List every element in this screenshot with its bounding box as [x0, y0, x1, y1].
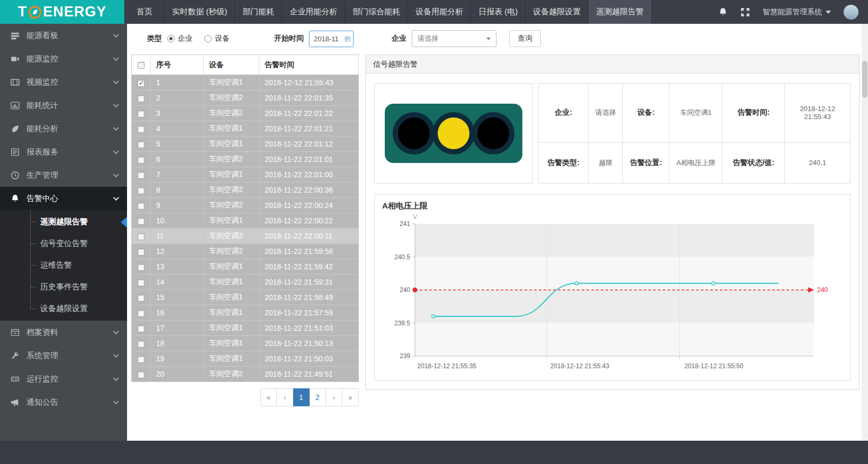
row-checkbox[interactable]: [138, 187, 144, 194]
radio-device-label[interactable]: 设备: [215, 34, 230, 43]
cell-seq: 8: [151, 183, 204, 198]
row-checkbox[interactable]: [138, 218, 144, 225]
select-all-checkbox[interactable]: [138, 62, 144, 69]
table-row[interactable]: 5车间空调12018-11-22 22:01:12: [132, 137, 359, 152]
table-row[interactable]: 1车间空调12018-12-12 21:55:43: [132, 75, 359, 90]
row-checkbox[interactable]: [138, 295, 144, 302]
sidebar-item-9[interactable]: 系统管理: [0, 344, 127, 367]
row-checkbox[interactable]: [138, 279, 144, 286]
sidebar-item-6[interactable]: 生产管理: [0, 163, 127, 187]
sidebar-subitem-1[interactable]: 信号变位告警: [0, 233, 127, 254]
page-1[interactable]: 1: [293, 388, 310, 406]
sidebar-item-4[interactable]: 能耗分析: [0, 117, 127, 140]
table-row[interactable]: 6车间空调22018-11-22 22:01:01: [132, 152, 359, 167]
sidebar-item-2[interactable]: 视频监控: [0, 70, 127, 94]
page-nav-1[interactable]: ‹: [277, 388, 293, 406]
nav-item-8[interactable]: 遥测越限告警: [589, 0, 652, 24]
table-row[interactable]: 8车间空调22018-11-22 22:00:36: [132, 183, 359, 198]
bell-icon[interactable]: [718, 7, 728, 17]
nav-item-0[interactable]: 首页: [124, 0, 165, 24]
row-checkbox[interactable]: [138, 356, 144, 363]
nav-item-3[interactable]: 企业用能分析: [282, 0, 345, 24]
sidebar-item-1[interactable]: 能源监控: [0, 47, 127, 70]
radio-company-label[interactable]: 企业: [178, 34, 193, 43]
nav-item-2[interactable]: 部门能耗: [235, 0, 282, 24]
radio-device[interactable]: [204, 35, 212, 42]
fullscreen-icon[interactable]: [740, 7, 750, 17]
sidebar-item-7[interactable]: 告警中心: [0, 187, 127, 210]
query-button[interactable]: 查询: [509, 30, 541, 47]
row-checkbox[interactable]: [138, 264, 144, 271]
cell-seq: 18: [151, 336, 204, 351]
page-nav-0[interactable]: «: [260, 388, 277, 406]
nav-item-1[interactable]: 实时数据 (秒级): [165, 0, 235, 24]
row-checkbox[interactable]: [138, 126, 144, 133]
nav-item-4[interactable]: 部门综合能耗: [345, 0, 408, 24]
megaphone-icon: [11, 398, 20, 407]
table-row[interactable]: 11车间空调22018-11-22 22:00:11: [132, 229, 359, 244]
table-row[interactable]: 4车间空调12018-11-22 22:01:21: [132, 121, 359, 137]
chevron-down-icon: [113, 195, 119, 201]
sidebar-item-3[interactable]: 能耗统计: [0, 94, 127, 117]
row-checkbox[interactable]: [138, 310, 144, 317]
page-2[interactable]: 2: [310, 388, 326, 406]
cell-device: 车间空调2: [204, 198, 259, 213]
row-checkbox[interactable]: [138, 95, 144, 102]
row-checkbox[interactable]: [138, 80, 144, 87]
table-row[interactable]: 16车间空调12018-11-22 21:57:59: [132, 305, 359, 321]
sidebar-item-8[interactable]: 档案资料: [0, 321, 127, 344]
row-checkbox[interactable]: [138, 157, 144, 163]
voltage-chart: 241240.5240239.5239V2018-12-12 21:55:352…: [382, 212, 843, 377]
page-nav-5[interactable]: »: [342, 388, 359, 406]
scrollbar-thumb[interactable]: [862, 61, 867, 98]
sidebar-subitem-3[interactable]: 历史事件告警: [0, 276, 127, 298]
row-checkbox[interactable]: [138, 325, 144, 332]
nav-item-7[interactable]: 设备越限设置: [526, 0, 589, 24]
table-row[interactable]: 3车间空调22018-11-22 22:01:22: [132, 106, 359, 121]
company-select[interactable]: 请选择: [412, 30, 496, 47]
avatar[interactable]: [844, 5, 858, 20]
table-row[interactable]: 9车间空调22018-11-22 22:00:24: [132, 198, 359, 213]
sidebar-subitem-4[interactable]: 设备越限设置: [0, 298, 127, 320]
sidebar-item-0[interactable]: 能源看板: [0, 24, 127, 47]
row-checkbox[interactable]: [138, 172, 144, 179]
table-row[interactable]: 17车间空调12018-11-22 21:51:03: [132, 321, 359, 336]
table-row[interactable]: 15车间空调12018-11-22 21:58:49: [132, 290, 359, 305]
detail-value: 2018-12-12 21:55:43: [785, 84, 851, 143]
start-time-input[interactable]: [314, 35, 342, 43]
svg-text:V: V: [413, 213, 417, 221]
system-title-menu[interactable]: 智慧能源管理系统: [763, 7, 831, 17]
row-checkbox[interactable]: [138, 111, 144, 117]
table-row[interactable]: 19车间空调12018-11-22 21:50:03: [132, 351, 359, 367]
row-checkbox[interactable]: [138, 371, 144, 378]
row-checkbox[interactable]: [138, 233, 144, 240]
cell-device: 车间空调2: [204, 229, 259, 244]
table-row[interactable]: 2车间空调22018-11-22 22:01:35: [132, 90, 359, 106]
sidebar-subitem-2[interactable]: 运维告警: [0, 254, 127, 276]
table-row[interactable]: 14车间空调12018-11-22 21:59:31: [132, 275, 359, 290]
table-row[interactable]: 10车间空调12018-11-22 22:00:22: [132, 213, 359, 229]
table-row[interactable]: 18车间空调12018-11-22 21:50:13: [132, 336, 359, 351]
nav-item-6[interactable]: 日报表 (电): [471, 0, 526, 24]
page-scrollbar[interactable]: [862, 24, 868, 441]
page-nav-4[interactable]: ›: [326, 388, 342, 406]
radio-company[interactable]: [167, 35, 175, 42]
table-row[interactable]: 13车间空调12018-11-22 21:59:42: [132, 259, 359, 275]
sidebar-item-label: 视频监控: [26, 77, 113, 87]
table-row[interactable]: 20车间空调22018-11-22 21:49:51: [132, 367, 359, 382]
cell-time: 2018-11-22 22:01:12: [259, 137, 359, 152]
nav-item-5[interactable]: 设备用能分析: [408, 0, 471, 24]
sidebar-subitem-0[interactable]: 遥测越限告警: [0, 211, 127, 233]
pagination: «‹12›»: [131, 388, 359, 406]
cell-device: 车间空调1: [204, 75, 259, 90]
table-row[interactable]: 7车间空调12018-11-22 22:01:00: [132, 167, 359, 183]
table-row[interactable]: 12车间空调22018-11-22 21:59:58: [132, 244, 359, 259]
calendar-icon[interactable]: [345, 35, 350, 43]
sidebar-item-11[interactable]: 通知公告: [0, 390, 127, 414]
row-checkbox[interactable]: [138, 203, 144, 210]
sidebar-item-5[interactable]: 报表服务: [0, 140, 127, 163]
sidebar-item-10[interactable]: 运行监控: [0, 367, 127, 390]
row-checkbox[interactable]: [138, 249, 144, 256]
row-checkbox[interactable]: [138, 341, 144, 348]
row-checkbox[interactable]: [138, 141, 144, 148]
